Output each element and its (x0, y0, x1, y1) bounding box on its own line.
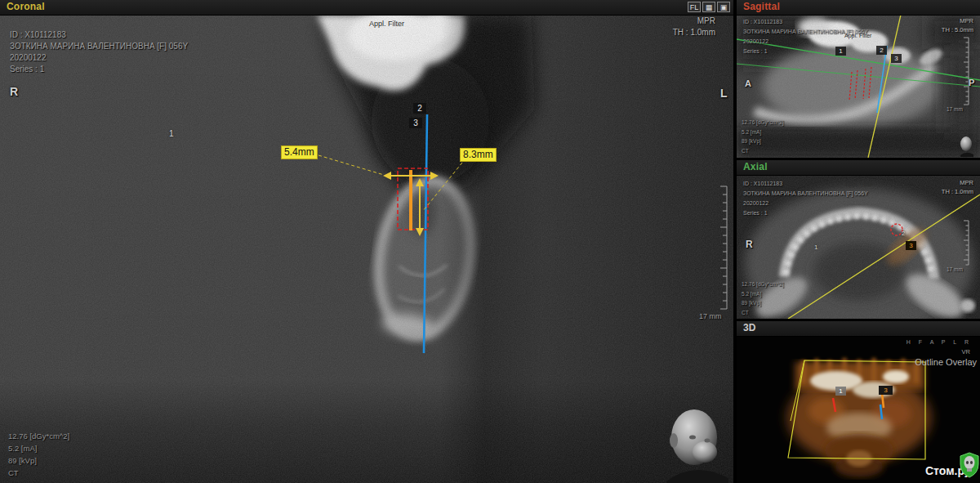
ruler-label: 17 mm (947, 106, 963, 112)
implant-marker-2[interactable]: 2 (876, 46, 887, 55)
coronal-header[interactable]: Coronal FL ▦ ▣ (0, 0, 733, 16)
thickness-label: TH : 1.0mm (673, 28, 715, 37)
patient-name: ЗОТКИНА МАРИНА ВАЛЕНТИНОВНА [F] 056Y (10, 41, 188, 52)
implant-marker-3[interactable]: 3 (879, 386, 893, 395)
noise-dark (0, 15, 733, 483)
series-label: Series : 1 (743, 208, 868, 218)
orientation-letters: H F A P L R (906, 339, 972, 345)
study-date: 20200122 (743, 199, 868, 208)
implant-marker-1[interactable]: 1 (814, 244, 817, 251)
dose-dap: 12.76 [dGy*cm^2] (8, 430, 69, 442)
patient-id: ID : X10112183 (743, 17, 868, 27)
dose-dap: 12.76 [dGy*cm^2] (742, 280, 783, 289)
series-label: Series : 1 (743, 47, 868, 56)
coronal-image (0, 15, 733, 483)
filter-label: Appl. Filter (844, 33, 871, 38)
dose-info: 12.76 [dGy*cm^2] 5.2 [mA] 89 [kVp] CT (742, 280, 783, 317)
thickness-label: TH : 5.0mm (942, 26, 973, 34)
implant-marker-3[interactable]: 3 (906, 241, 916, 250)
modality-label: CT (742, 308, 783, 318)
orientation-right-marker: R (10, 85, 18, 98)
threed-title: 3D (743, 322, 756, 333)
study-date: 20200122 (10, 52, 188, 64)
coronal-toolbar: FL ▦ ▣ (688, 2, 730, 12)
layout-grid-icon[interactable]: ▦ (702, 2, 715, 12)
dose-ma: 5.2 [mA] (8, 442, 69, 454)
filter-label: Appl. Filter (845, 181, 872, 187)
coronal-title: Coronal (7, 1, 45, 12)
axial-title: Axial (743, 161, 768, 172)
dose-kvp: 89 [kVp] (742, 298, 783, 308)
axial-header[interactable]: Axial (737, 160, 980, 176)
sagittal-title: Sagittal (743, 1, 780, 12)
implant-marker-1[interactable]: 1 (835, 47, 846, 56)
implant-marker-2[interactable]: 2 (413, 103, 426, 114)
patient-name: ЗОТКИНА МАРИНА ВАЛЕНТИНОВНА [F] 056Y (743, 189, 868, 199)
dose-kvp: 89 [kVp] (742, 136, 783, 146)
measurement-label-depth[interactable]: 8.3mm (460, 148, 497, 162)
modality-label: CT (742, 146, 783, 156)
modality-label: CT (8, 467, 69, 479)
expand-icon[interactable]: ▣ (717, 2, 730, 12)
threed-viewport[interactable]: H F A P L R VR Outline Overlay 1 3 (737, 336, 980, 483)
sagittal-panel: Sagittal (737, 0, 980, 158)
mode-label: MPR (697, 16, 715, 25)
mode-label: MPR (960, 179, 973, 186)
dose-kvp: 89 [kVp] (8, 454, 69, 467)
sagittal-header[interactable]: Sagittal (737, 0, 980, 16)
dose-info: 12.76 [dGy*cm^2] 5.2 [mA] 89 [kVp] CT (742, 118, 783, 155)
measurement-label-width[interactable]: 5.4mm (281, 145, 318, 159)
thickness-label: TH : 1.0mm (942, 188, 973, 195)
orientation-left-marker: L (720, 87, 728, 100)
filter-label: Appl. Filter (369, 20, 404, 28)
dose-ma: 5.2 [mA] (742, 127, 783, 137)
fl-button[interactable]: FL (688, 2, 701, 12)
orientation-posterior-marker: P (969, 78, 974, 87)
implant-marker-1[interactable]: 1 (835, 387, 846, 396)
ruler-label: 17 mm (947, 266, 963, 272)
patient-info: ID : X10112183 ЗОТКИНА МАРИНА ВАЛЕНТИНОВ… (10, 29, 188, 75)
threed-header[interactable]: 3D (737, 321, 980, 337)
series-label: Series : 1 (10, 64, 188, 75)
ruler-label: 17 mm (699, 312, 722, 320)
axial-viewport[interactable]: ID : X10112183 ЗОТКИНА МАРИНА ВАЛЕНТИНОВ… (737, 175, 980, 319)
outline-overlay-label: Outline Overlay (915, 357, 977, 367)
axial-panel: Axial (737, 160, 980, 319)
orientation-anterior-marker: A (745, 78, 751, 88)
sagittal-viewport[interactable]: ID : X10112183 ЗОТКИНА МАРИНА ВАЛЕНТИНОВ… (737, 15, 980, 158)
watermark-shield-icon (959, 452, 980, 478)
dose-info: 12.76 [dGy*cm^2] 5.2 [mA] 89 [kVp] CT (8, 430, 69, 479)
mode-label: MPR (960, 17, 973, 25)
coronal-viewport[interactable]: ID : X10112183 ЗОТКИНА МАРИНА ВАЛЕНТИНОВ… (0, 15, 733, 483)
threed-panel: 3D (737, 321, 980, 483)
patient-id: ID : X10112183 (10, 29, 188, 41)
implant-marker-2[interactable]: 2 (902, 230, 905, 237)
orientation-right-marker: R (746, 239, 753, 250)
implant-marker-1[interactable]: 1 (169, 129, 174, 138)
dose-dap: 12.76 [dGy*cm^2] (742, 118, 783, 127)
mpr-workspace: Coronal FL ▦ ▣ (0, 0, 980, 483)
implant-marker-3[interactable]: 3 (891, 54, 902, 63)
coronal-panel: Coronal FL ▦ ▣ (0, 0, 733, 483)
render-mode-label: VR (962, 348, 970, 356)
dose-ma: 5.2 [mA] (742, 289, 783, 299)
implant-marker-3[interactable]: 3 (409, 118, 422, 128)
